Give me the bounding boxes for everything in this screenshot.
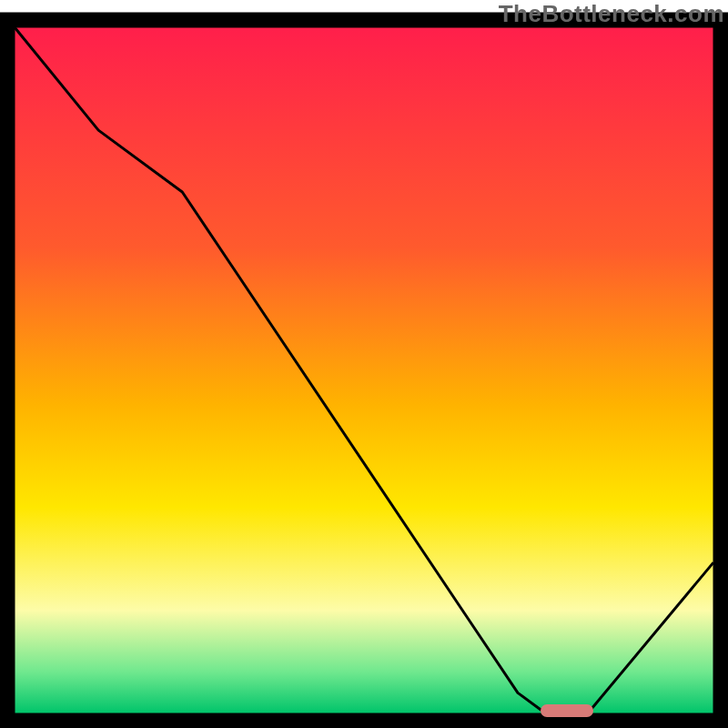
optimal-range-marker: [541, 704, 593, 717]
watermark-text: TheBottleneck.com: [499, 0, 724, 28]
plot-background: [15, 27, 713, 713]
bottleneck-chart: [0, 0, 728, 728]
chart-root: TheBottleneck.com: [0, 0, 728, 728]
